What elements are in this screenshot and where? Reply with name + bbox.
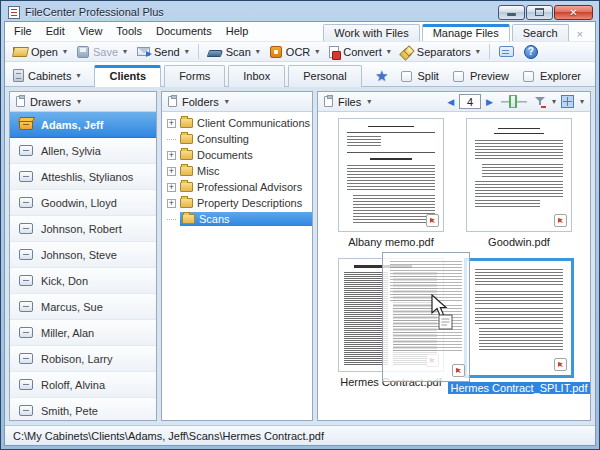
- drawer-item[interactable]: Johnson, Steve: [10, 242, 156, 268]
- open-drawer-icon: [19, 119, 33, 130]
- drawer-item[interactable]: Robison, Larry: [10, 346, 156, 372]
- drawer-item[interactable]: Goodwin, Lloyd: [10, 190, 156, 216]
- menu-view[interactable]: View: [72, 22, 110, 41]
- slider-handle[interactable]: [509, 95, 517, 108]
- drawer-label: Atteshlis, Stylianos: [41, 171, 133, 183]
- drawer-item[interactable]: Adams, Jeff: [10, 112, 156, 138]
- cabinets-dropdown[interactable]: Cabinets ▾: [11, 66, 86, 86]
- page-number-box[interactable]: 4: [459, 94, 481, 109]
- preview-checkbox[interactable]: [453, 71, 464, 82]
- explorer-checkbox[interactable]: [523, 71, 534, 82]
- folder-item[interactable]: +Professional Advisors: [162, 179, 312, 195]
- drawer-label: Marcus, Sue: [41, 301, 103, 313]
- menu-documents[interactable]: Documents: [149, 22, 219, 41]
- convert-button[interactable]: Convert ▾: [325, 45, 395, 59]
- folder-item[interactable]: Consulting: [162, 131, 312, 147]
- file-name[interactable]: Goodwin.pdf: [488, 236, 550, 248]
- cabinet-tab-forms[interactable]: Forms: [164, 65, 225, 87]
- drawer-label: Johnson, Robert: [41, 223, 122, 235]
- chevron-down-icon[interactable]: ▾: [552, 97, 556, 106]
- folder-item[interactable]: +Client Communications: [162, 115, 312, 131]
- folder-icon: [180, 118, 193, 128]
- menu-help[interactable]: Help: [219, 22, 256, 41]
- next-page-icon[interactable]: ▶: [486, 97, 493, 107]
- expand-icon[interactable]: +: [167, 119, 176, 128]
- expand-icon[interactable]: +: [167, 199, 176, 208]
- chevron-down-icon: ▾: [63, 47, 67, 56]
- selected-file-name[interactable]: Hermes Contract_SPLIT.pdf: [448, 382, 590, 394]
- drawer-item[interactable]: Kick, Don: [10, 268, 156, 294]
- doc-lines: [475, 291, 562, 305]
- folder-item-selected[interactable]: Scans: [162, 211, 312, 227]
- folder-icon: [180, 198, 193, 208]
- close-icon: ✕: [569, 7, 577, 18]
- drawer-item[interactable]: Marcus, Sue: [10, 294, 156, 320]
- close-button[interactable]: ✕: [554, 5, 593, 20]
- separators-button[interactable]: Separators ▾: [397, 45, 484, 59]
- file-item[interactable]: Goodwin.pdf: [464, 118, 574, 248]
- send-button[interactable]: Send ▾: [133, 45, 193, 59]
- expand-icon[interactable]: +: [167, 183, 176, 192]
- filter-icon[interactable]: [535, 96, 546, 108]
- minimize-button[interactable]: [498, 5, 525, 20]
- convert-pdf-icon: [329, 46, 339, 58]
- menu-file[interactable]: File: [7, 22, 39, 41]
- previous-page-icon[interactable]: ◀: [447, 97, 454, 107]
- tab-work-with-files[interactable]: Work with Files: [323, 24, 419, 41]
- folder-label: Scans: [199, 213, 230, 225]
- drawer-item[interactable]: Miller, Alan: [10, 320, 156, 346]
- file-name[interactable]: Albany memo.pdf: [348, 236, 434, 248]
- drawer-label: Smith, Pete: [41, 405, 98, 417]
- drawer-item[interactable]: Atteshlis, Stylianos: [10, 164, 156, 190]
- folder-icon: [180, 166, 193, 176]
- file-item[interactable]: Albany memo.pdf: [336, 118, 446, 248]
- tab-close-icon[interactable]: ×: [569, 28, 591, 41]
- cabinet-tab-inbox[interactable]: Inbox: [228, 65, 285, 87]
- folder-item[interactable]: +Property Descriptions: [162, 195, 312, 211]
- ocr-button[interactable]: OCR ▾: [266, 45, 323, 59]
- doc-line: [368, 126, 414, 127]
- drawer-icon: [19, 327, 33, 338]
- doc-lines: [347, 136, 380, 148]
- cabinet-tab-personal[interactable]: Personal: [288, 65, 361, 87]
- tree-stub: [167, 219, 176, 220]
- expand-icon[interactable]: +: [167, 167, 176, 176]
- folders-header-dropdown[interactable]: Folders ▾: [162, 92, 312, 112]
- drawer-icon: [19, 353, 33, 364]
- drawers-header-dropdown[interactable]: Drawers ▾: [10, 92, 156, 112]
- tab-manage-files[interactable]: Manage Files: [422, 24, 510, 41]
- view-mode-icon[interactable]: [561, 95, 574, 108]
- drawer-icon: [19, 405, 33, 416]
- preview-label: Preview: [470, 70, 509, 82]
- cabinet-tab-clients[interactable]: Clients: [94, 65, 161, 87]
- scan-button[interactable]: Scan ▾: [204, 45, 264, 59]
- drawer-item[interactable]: Roloff, Alvina: [10, 372, 156, 398]
- drawer-item[interactable]: Smith, Pete: [10, 398, 156, 420]
- selected-file-thumbnail[interactable]: [464, 258, 574, 378]
- menu-tools[interactable]: Tools: [109, 22, 149, 41]
- favorite-star-icon[interactable]: ★: [375, 70, 388, 82]
- file-thumbnail[interactable]: [466, 118, 572, 232]
- split-checkbox[interactable]: [401, 71, 412, 82]
- maximize-button[interactable]: [526, 5, 553, 20]
- expand-icon[interactable]: +: [167, 151, 176, 160]
- folder-item[interactable]: +Documents: [162, 147, 312, 163]
- menu-edit[interactable]: Edit: [39, 22, 72, 41]
- thumbnail-size-slider[interactable]: [501, 95, 527, 108]
- tab-search[interactable]: Search: [512, 24, 569, 41]
- folder-item[interactable]: +Misc: [162, 163, 312, 179]
- chevron-down-icon[interactable]: ▾: [580, 97, 584, 106]
- drawer-item[interactable]: Allen, Sylvia: [10, 138, 156, 164]
- file-thumbnail[interactable]: [338, 118, 444, 232]
- drawers-header-label: Drawers: [30, 96, 71, 108]
- open-folder-icon: [182, 214, 195, 224]
- save-button[interactable]: Save ▾: [73, 45, 131, 59]
- pdf-icon: [452, 364, 465, 377]
- form-tool-button[interactable]: [495, 45, 518, 58]
- help-button[interactable]: ?: [520, 44, 542, 60]
- drawer-icon: [19, 249, 33, 260]
- drawer-item[interactable]: Johnson, Robert: [10, 216, 156, 242]
- open-button[interactable]: Open ▾: [9, 45, 71, 59]
- file-item-selected[interactable]: Hermes Contract_SPLIT.pdf: [464, 258, 574, 394]
- folders-header-label: Folders: [182, 96, 219, 108]
